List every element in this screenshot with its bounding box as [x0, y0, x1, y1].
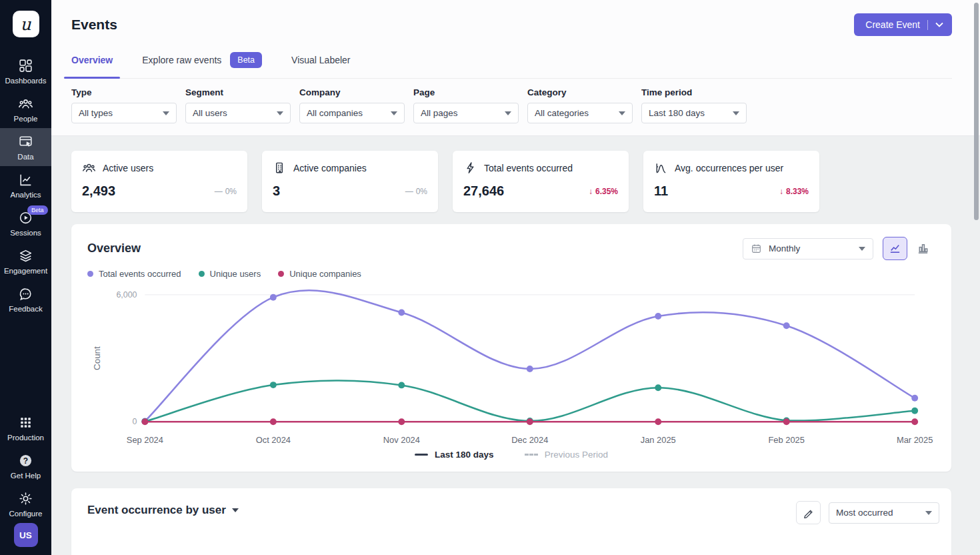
filter-label: Page: [413, 87, 519, 97]
legend-label: Previous Period: [545, 450, 608, 460]
sidebar-item-get-help[interactable]: ? Get Help: [0, 447, 51, 485]
tab-explore-raw-events[interactable]: Explore raw events Beta: [142, 52, 262, 78]
sidebar-item-engagement[interactable]: Engagement: [0, 242, 51, 280]
filter-type: Type All types: [71, 87, 177, 123]
overview-panel: Overview Monthly: [71, 224, 951, 472]
stat-delta: —0%: [405, 187, 427, 196]
svg-text:0: 0: [133, 417, 137, 426]
filter-label: Segment: [185, 87, 291, 97]
bell-curve-icon: [654, 161, 668, 175]
vertical-scrollbar[interactable]: [974, 3, 979, 220]
data-icon: [18, 134, 33, 149]
caret-down-icon: [733, 111, 739, 115]
stat-cards-row: Active users 2,493 —0% Active companies …: [71, 151, 951, 212]
legend-dot: [87, 271, 93, 277]
sidebar-item-label: Feedback: [9, 305, 43, 313]
sidebar-item-data[interactable]: Data: [0, 128, 51, 166]
page-select[interactable]: All pages: [413, 103, 519, 123]
svg-text:Nov 2024: Nov 2024: [383, 435, 420, 445]
tab-label: Overview: [71, 55, 113, 65]
select-value: All companies: [307, 108, 363, 118]
period-legend: Last 180 days Previous Period: [87, 450, 935, 465]
legend-item-unique-users[interactable]: Unique users: [199, 269, 261, 279]
filter-company: Company All companies: [299, 87, 405, 123]
beta-badge: Beta: [230, 52, 262, 68]
chart-legend: Total events occurred Unique users Uniqu…: [87, 269, 935, 279]
bar-chart-toggle[interactable]: [911, 237, 935, 260]
bolt-icon: [463, 161, 477, 175]
bar-chart-icon: [917, 242, 929, 255]
main-area: Events Create Event Overview Explore raw…: [51, 0, 980, 555]
caret-down-icon: [163, 111, 169, 115]
filter-category: Category All categories: [527, 87, 633, 123]
stat-value: 27,646: [463, 183, 504, 199]
create-event-button[interactable]: Create Event: [854, 13, 952, 36]
sidebar-item-label: Get Help: [11, 472, 41, 480]
sidebar-item-label: Sessions: [10, 229, 41, 237]
chart-type-toggle: [883, 237, 935, 260]
stat-value: 11: [654, 183, 668, 199]
legend-item-total-events[interactable]: Total events occurred: [87, 269, 181, 279]
sessions-icon: Beta: [18, 210, 33, 225]
stat-delta: ↓8.33%: [779, 187, 809, 196]
content-area: Active users 2,493 —0% Active companies …: [51, 136, 980, 555]
filter-time-period: Time period Last 180 days: [641, 87, 747, 123]
svg-text:Dec 2024: Dec 2024: [511, 435, 548, 445]
flat-dash-icon: —: [215, 187, 223, 196]
legend-label: Last 180 days: [435, 450, 494, 460]
overview-line-chart[interactable]: 06,000CountSep 2024Oct 2024Nov 2024Dec 2…: [87, 283, 935, 450]
user-avatar[interactable]: US: [14, 523, 38, 547]
filter-label: Time period: [641, 87, 747, 97]
legend-item-unique-companies[interactable]: Unique companies: [278, 269, 361, 279]
down-arrow-icon: ↓: [779, 187, 783, 196]
svg-text:Feb 2025: Feb 2025: [768, 435, 804, 445]
caret-down-icon: [859, 247, 865, 251]
legend-previous-period[interactable]: Previous Period: [525, 450, 608, 460]
category-select[interactable]: All categories: [527, 103, 633, 123]
type-select[interactable]: All types: [71, 103, 177, 123]
select-value: All users: [193, 108, 227, 118]
sidebar-item-feedback[interactable]: Feedback: [0, 280, 51, 318]
edit-button[interactable]: [796, 501, 821, 524]
caret-down-icon: [277, 111, 283, 115]
sidebar-item-configure[interactable]: Configure: [0, 485, 51, 523]
sidebar-item-label: Engagement: [4, 267, 47, 275]
event-occurrence-title: Event occurrence by user: [87, 504, 226, 517]
filter-label: Category: [527, 87, 633, 97]
tab-bar: Overview Explore raw events Beta Visual …: [71, 52, 952, 79]
stat-label: Active companies: [293, 163, 367, 173]
sort-select[interactable]: Most occurred: [829, 502, 939, 524]
company-select[interactable]: All companies: [299, 103, 405, 123]
sidebar-item-label: People: [14, 115, 38, 123]
down-arrow-icon: ↓: [589, 187, 593, 196]
stat-card-active-companies: Active companies 3 —0%: [262, 151, 438, 212]
select-value: All pages: [421, 108, 458, 118]
filter-bar: Type All types Segment All users Company…: [71, 79, 952, 135]
sidebar-item-production[interactable]: Production: [0, 409, 51, 447]
tab-visual-labeler[interactable]: Visual Labeler: [291, 52, 350, 78]
filter-label: Type: [71, 87, 177, 97]
legend-current-period[interactable]: Last 180 days: [415, 450, 494, 460]
overview-panel-title: Overview: [87, 241, 141, 255]
chevron-down-icon: [935, 22, 943, 27]
legend-dot: [199, 271, 205, 277]
svg-text:6,000: 6,000: [116, 290, 137, 300]
line-chart-icon: [889, 242, 901, 255]
event-occurrence-title-dropdown[interactable]: Event occurrence by user: [87, 504, 239, 517]
sidebar-item-sessions[interactable]: Beta Sessions: [0, 204, 51, 242]
granularity-select[interactable]: Monthly: [743, 238, 873, 259]
sidebar-item-analytics[interactable]: Analytics: [0, 166, 51, 204]
sidebar-item-label: Dashboards: [5, 77, 46, 85]
time-period-select[interactable]: Last 180 days: [641, 103, 747, 123]
stat-label: Total events occurred: [484, 163, 573, 173]
sidebar-item-dashboards[interactable]: Dashboards: [0, 52, 51, 90]
sidebar-bottom-nav: Production ? Get Help Configure: [0, 409, 51, 523]
stat-label: Avg. occurrences per user: [675, 163, 783, 173]
configure-icon: [18, 491, 33, 506]
segment-select[interactable]: All users: [185, 103, 291, 123]
tab-overview[interactable]: Overview: [71, 52, 113, 78]
svg-text:Count: Count: [92, 346, 102, 370]
app-logo[interactable]: u: [13, 11, 39, 37]
sidebar-item-people[interactable]: People: [0, 90, 51, 128]
line-chart-toggle[interactable]: [883, 237, 907, 260]
